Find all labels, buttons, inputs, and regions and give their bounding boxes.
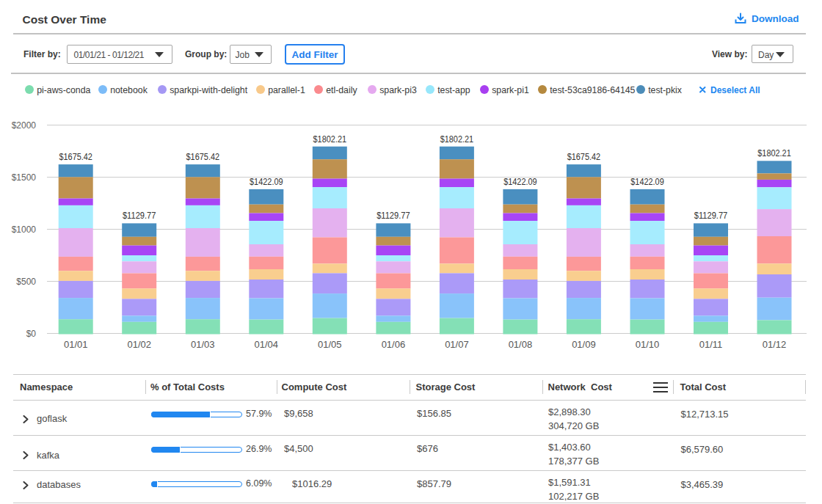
svg-text:$1802.21: $1802.21 xyxy=(313,134,347,145)
svg-text:$1802.21: $1802.21 xyxy=(757,148,791,158)
svg-text:$1129.77: $1129.77 xyxy=(694,211,728,221)
svg-text:01/02: 01/02 xyxy=(127,339,151,350)
svg-text:$500: $500 xyxy=(16,277,36,287)
svg-text:01/09: 01/09 xyxy=(572,339,596,350)
svg-text:$1422.09: $1422.09 xyxy=(630,177,664,187)
svg-text:$2000: $2000 xyxy=(12,120,37,131)
svg-text:$1422.09: $1422.09 xyxy=(250,177,283,187)
svg-text:$1000: $1000 xyxy=(12,224,37,235)
svg-text:01/01: 01/01 xyxy=(64,339,88,350)
svg-text:01/05: 01/05 xyxy=(318,339,342,350)
svg-text:01/08: 01/08 xyxy=(509,339,533,350)
svg-text:$1422.09: $1422.09 xyxy=(503,177,537,187)
svg-text:$1675.42: $1675.42 xyxy=(186,152,220,162)
svg-text:$1129.77: $1129.77 xyxy=(123,211,156,221)
svg-text:01/03: 01/03 xyxy=(191,339,215,350)
svg-text:$1675.42: $1675.42 xyxy=(567,152,601,162)
svg-text:$0: $0 xyxy=(26,329,37,339)
svg-text:01/04: 01/04 xyxy=(255,339,279,350)
svg-text:01/06: 01/06 xyxy=(382,339,406,350)
svg-text:$1802.21: $1802.21 xyxy=(440,134,474,145)
svg-text:01/10: 01/10 xyxy=(636,339,660,350)
svg-text:01/11: 01/11 xyxy=(699,339,723,350)
svg-text:$1675.42: $1675.42 xyxy=(59,152,92,162)
svg-text:01/12: 01/12 xyxy=(763,339,787,350)
svg-text:$1129.77: $1129.77 xyxy=(377,211,410,221)
svg-text:01/07: 01/07 xyxy=(445,339,469,350)
svg-text:$1500: $1500 xyxy=(12,172,37,183)
